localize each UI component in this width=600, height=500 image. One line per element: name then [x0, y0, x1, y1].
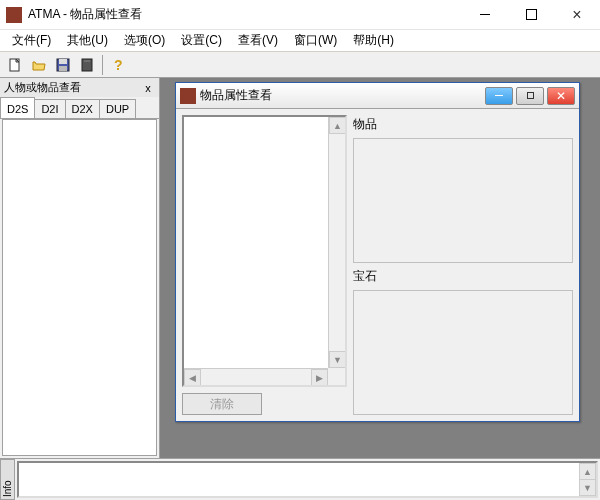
help-button[interactable]: ?: [107, 54, 129, 76]
toolbar-separator: [102, 55, 103, 75]
new-button[interactable]: [4, 54, 26, 76]
svg-text:?: ?: [114, 58, 123, 72]
sidebar-title-text: 人物或物品查看: [4, 80, 81, 95]
tab-d2s[interactable]: D2S: [0, 97, 35, 118]
sidebar-list[interactable]: [2, 119, 157, 456]
main-titlebar: ATMA - 物品属性查看 ×: [0, 0, 600, 30]
menubar: 文件(F) 其他(U) 选项(O) 设置(C) 查看(V) 窗口(W) 帮助(H…: [0, 30, 600, 52]
child-maximize-button[interactable]: [516, 87, 544, 105]
svg-rect-2: [59, 59, 67, 64]
scroll-left-icon[interactable]: ◀: [184, 369, 201, 386]
window-title: ATMA - 物品属性查看: [28, 6, 462, 23]
window-controls: ×: [462, 0, 600, 30]
minimize-button[interactable]: [462, 0, 508, 30]
close-button[interactable]: ×: [554, 0, 600, 30]
child-minimize-button[interactable]: [485, 87, 513, 105]
info-panel: Info ▲ ▼: [0, 458, 600, 500]
menu-view[interactable]: 查看(V): [230, 30, 286, 51]
item-label: 物品: [353, 115, 573, 134]
child-window-controls: ✕: [485, 87, 575, 105]
open-icon: [32, 58, 46, 72]
vertical-scrollbar[interactable]: ▲ ▼: [328, 117, 345, 368]
child-titlebar[interactable]: 物品属性查看 ✕: [176, 83, 579, 109]
tab-d2i[interactable]: D2I: [34, 99, 65, 118]
sidebar: 人物或物品查看 x D2S D2I D2X DUP: [0, 78, 160, 458]
child-window: 物品属性查看 ✕ ▲ ▼ ◀ ▶: [175, 82, 580, 422]
gem-box: [353, 290, 573, 415]
save-button[interactable]: [52, 54, 74, 76]
right-panel: 物品 宝石: [353, 115, 573, 415]
scroll-down-icon[interactable]: ▼: [329, 351, 346, 368]
info-content[interactable]: ▲ ▼: [17, 461, 598, 498]
info-tab[interactable]: Info: [0, 459, 15, 500]
save-icon: [56, 58, 70, 72]
new-icon: [8, 58, 22, 72]
maximize-button[interactable]: [508, 0, 554, 30]
gem-label: 宝石: [353, 267, 573, 286]
menu-settings[interactable]: 设置(C): [173, 30, 230, 51]
mdi-client-area: 物品属性查看 ✕ ▲ ▼ ◀ ▶: [160, 78, 600, 458]
item-box: [353, 138, 573, 263]
sidebar-header: 人物或物品查看 x: [0, 78, 159, 97]
tab-dup[interactable]: DUP: [99, 99, 136, 118]
menu-window[interactable]: 窗口(W): [286, 30, 345, 51]
scroll-right-icon[interactable]: ▶: [311, 369, 328, 386]
info-scroll-up-icon[interactable]: ▲: [579, 463, 596, 480]
child-app-icon: [180, 88, 196, 104]
svg-rect-3: [59, 66, 67, 71]
delete-button[interactable]: [76, 54, 98, 76]
horizontal-scrollbar[interactable]: ◀ ▶: [184, 368, 328, 385]
item-listbox[interactable]: ▲ ▼ ◀ ▶: [182, 115, 347, 387]
menu-other[interactable]: 其他(U): [59, 30, 116, 51]
menu-options[interactable]: 选项(O): [116, 30, 173, 51]
menu-file[interactable]: 文件(F): [4, 30, 59, 51]
sidebar-close-button[interactable]: x: [141, 81, 155, 95]
tab-d2x[interactable]: D2X: [65, 99, 100, 118]
clear-button[interactable]: 清除: [182, 393, 262, 415]
scroll-corner: [328, 368, 345, 385]
open-button[interactable]: [28, 54, 50, 76]
child-close-button[interactable]: ✕: [547, 87, 575, 105]
sidebar-tabs: D2S D2I D2X DUP: [0, 97, 159, 119]
child-body: ▲ ▼ ◀ ▶ 清除 物品 宝石: [176, 109, 579, 421]
left-panel: ▲ ▼ ◀ ▶ 清除: [182, 115, 347, 415]
child-title: 物品属性查看: [200, 87, 485, 104]
menu-help[interactable]: 帮助(H): [345, 30, 402, 51]
toolbar: ?: [0, 52, 600, 78]
main-area: 人物或物品查看 x D2S D2I D2X DUP 物品属性查看 ✕: [0, 78, 600, 458]
delete-icon: [80, 58, 94, 72]
help-icon: ?: [111, 58, 125, 72]
app-icon: [6, 7, 22, 23]
info-scroll-down-icon[interactable]: ▼: [579, 479, 596, 496]
scroll-up-icon[interactable]: ▲: [329, 117, 346, 134]
